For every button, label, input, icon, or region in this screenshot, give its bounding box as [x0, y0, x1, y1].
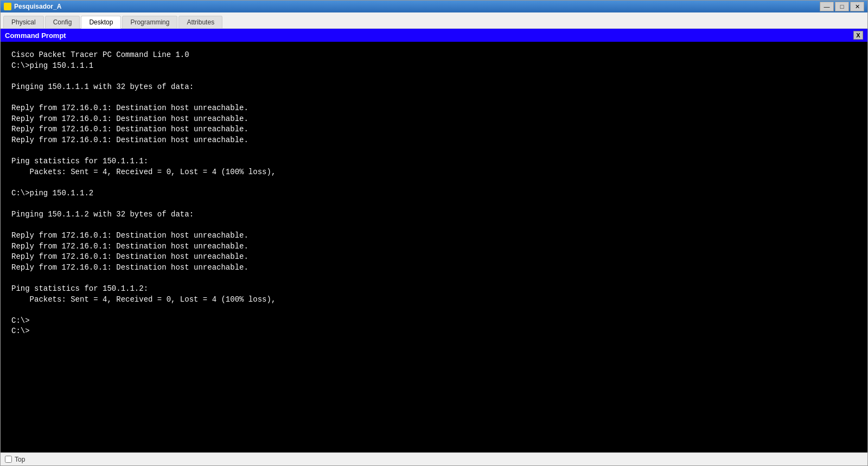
tab-programming[interactable]: Programming [122, 16, 177, 28]
tab-physical[interactable]: Physical [3, 16, 44, 28]
command-prompt-container: Command Prompt X Cisco Packet Tracer PC … [1, 29, 867, 452]
command-prompt-titlebar: Command Prompt X [1, 29, 867, 42]
app-icon [4, 3, 11, 10]
tab-config[interactable]: Config [45, 16, 80, 28]
tab-bar: Physical Config Desktop Programming Attr… [1, 12, 867, 29]
content-area: Command Prompt X Cisco Packet Tracer PC … [1, 29, 867, 452]
title-bar-text: Pesquisador_A [4, 3, 61, 10]
title-bar-controls: — □ ✕ [820, 2, 864, 11]
main-window: Pesquisador_A — □ ✕ Physical Config Desk… [0, 0, 868, 466]
tab-desktop[interactable]: Desktop [81, 16, 121, 29]
terminal-output[interactable]: Cisco Packet Tracer PC Command Line 1.0 … [1, 42, 867, 452]
top-checkbox[interactable] [5, 456, 12, 463]
title-bar: Pesquisador_A — □ ✕ [1, 1, 867, 12]
status-bar: Top [1, 452, 867, 465]
top-checkbox-label[interactable]: Top [5, 456, 25, 463]
maximize-button[interactable]: □ [835, 2, 849, 11]
window-close-button[interactable]: ✕ [850, 2, 864, 11]
window-title: Pesquisador_A [14, 3, 61, 10]
tab-attributes[interactable]: Attributes [178, 16, 222, 28]
top-label: Top [15, 456, 25, 463]
command-prompt-title: Command Prompt [5, 31, 66, 40]
minimize-button[interactable]: — [820, 2, 834, 11]
command-prompt-close-button[interactable]: X [853, 31, 863, 40]
